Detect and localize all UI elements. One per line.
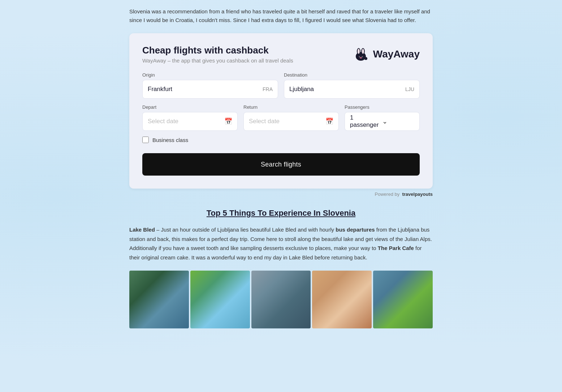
lake-bled-image-3 xyxy=(251,271,311,328)
svg-point-7 xyxy=(360,57,362,59)
origin-input[interactable] xyxy=(148,86,263,93)
lake-bled-bold: Lake Bled xyxy=(129,227,155,233)
article-paragraph: Lake Bled – Just an hour outside of Ljub… xyxy=(129,225,433,262)
return-group: Return 📅 xyxy=(243,104,339,131)
svg-point-8 xyxy=(364,57,367,60)
depart-group: Depart 📅 xyxy=(142,104,238,131)
powered-by-brand: travelpayouts xyxy=(402,191,433,197)
wayaway-logo-text: WayAway xyxy=(373,48,420,60)
widget-subtitle: WayAway – the app that gives you cashbac… xyxy=(142,57,293,64)
depart-calendar-icon[interactable]: 📅 xyxy=(224,117,232,125)
destination-code: LJU xyxy=(405,86,414,92)
widget-title: Cheap flights with cashback xyxy=(142,45,293,56)
depart-input-wrapper[interactable]: 📅 xyxy=(142,112,238,131)
lake-bled-image-5 xyxy=(373,271,433,328)
svg-point-6 xyxy=(362,56,363,57)
origin-input-wrapper: FRA xyxy=(142,80,278,99)
chevron-down-icon: ⌄ xyxy=(382,117,414,125)
article-section-title: Top 5 Things To Experience In Slovenia xyxy=(129,208,433,218)
widget-header-left: Cheap flights with cashback WayAway – th… xyxy=(142,45,293,64)
business-class-checkbox[interactable] xyxy=(142,137,149,143)
park-cafe-bold: The Park Cafe xyxy=(378,245,414,251)
passengers-select[interactable]: 1 passenger ⌄ xyxy=(345,112,420,131)
powered-by-prefix: Powered by xyxy=(375,191,400,197)
wayaway-widget: Cheap flights with cashback WayAway – th… xyxy=(129,33,433,189)
wayaway-logo-icon xyxy=(351,45,370,64)
svg-point-3 xyxy=(358,49,360,54)
passengers-value: 1 passenger xyxy=(350,114,382,129)
article-text-part1: – Just an hour outside of Ljubljana lies… xyxy=(156,227,336,233)
origin-destination-row: Origin FRA Destination LJU xyxy=(142,72,420,99)
return-label: Return xyxy=(243,104,339,110)
destination-label: Destination xyxy=(284,72,420,78)
origin-code: FRA xyxy=(263,86,273,92)
passengers-label: Passengers xyxy=(345,104,420,110)
return-input[interactable] xyxy=(249,118,325,125)
powered-by: Powered by travelpayouts xyxy=(129,191,433,197)
lake-bled-image-2 xyxy=(190,271,250,328)
origin-label: Origin xyxy=(142,72,278,78)
destination-group: Destination LJU xyxy=(284,72,420,99)
business-class-label[interactable]: Business class xyxy=(152,137,188,143)
return-calendar-icon[interactable]: 📅 xyxy=(325,117,333,125)
bus-departures-bold: bus departures xyxy=(336,227,375,233)
depart-label: Depart xyxy=(142,104,238,110)
svg-point-5 xyxy=(359,56,360,57)
svg-point-4 xyxy=(362,49,364,54)
widget-header: Cheap flights with cashback WayAway – th… xyxy=(142,45,420,64)
lake-bled-image-4 xyxy=(312,271,372,328)
date-passengers-row: Depart 📅 Return 📅 Passengers 1 passenger… xyxy=(142,104,420,131)
origin-group: Origin FRA xyxy=(142,72,278,99)
depart-input[interactable] xyxy=(148,118,224,125)
lake-bled-images xyxy=(129,271,433,328)
intro-paragraph: Slovenia was a recommendation from a fri… xyxy=(129,7,433,25)
business-class-row: Business class xyxy=(142,137,420,143)
search-flights-button[interactable]: Search flights xyxy=(142,153,420,176)
passengers-group: Passengers 1 passenger ⌄ xyxy=(345,104,420,131)
destination-input-wrapper: LJU xyxy=(284,80,420,99)
lake-bled-image-1 xyxy=(129,271,189,328)
destination-input[interactable] xyxy=(289,86,405,93)
return-input-wrapper[interactable]: 📅 xyxy=(243,112,339,131)
wayaway-logo: WayAway xyxy=(351,45,420,64)
